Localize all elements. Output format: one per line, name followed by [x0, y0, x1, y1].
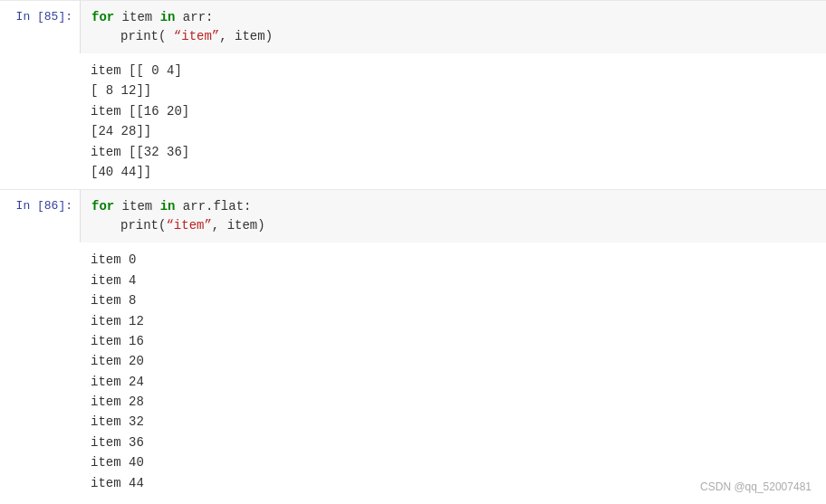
- output-line: item [[ 0 4]: [91, 61, 815, 81]
- cell-prompt-0: In [85]:: [0, 1, 80, 53]
- code-token: , item): [212, 218, 265, 233]
- output-line: item 24: [91, 372, 815, 392]
- code-line: print( “item”, item): [91, 27, 815, 46]
- output-content-1: item 0item 4item 8item 12item 16item 20i…: [80, 242, 826, 500]
- output-line: item 40: [91, 452, 815, 472]
- code-line: for item in arr.flat:: [91, 197, 815, 216]
- code-token: print: [120, 29, 158, 43]
- code-token: in: [160, 10, 176, 24]
- cell-cell-86: In [86]:for item in arr.flat:print(“item…: [0, 189, 826, 242]
- output-line: item [[32 36]: [91, 142, 815, 162]
- code-token: for: [91, 10, 114, 24]
- output-line: item 12: [91, 311, 815, 331]
- code-token: , item): [219, 29, 273, 43]
- output-line: item 28: [91, 392, 815, 412]
- output-prompt-1: [0, 242, 80, 500]
- watermark: CSDN @qq_52007481: [700, 480, 812, 493]
- code-token: print: [120, 218, 158, 233]
- cell-input-1[interactable]: for item in arr.flat:print(“item”, item): [80, 190, 826, 242]
- output-line: [40 44]]: [91, 162, 815, 182]
- code-token: “item”: [174, 29, 219, 43]
- output-line: item 0: [91, 250, 815, 270]
- output-line: [24 28]]: [91, 121, 815, 141]
- output-area-1: item 0item 4item 8item 12item 16item 20i…: [0, 242, 826, 500]
- output-line: item 4: [91, 271, 815, 290]
- output-content-0: item [[ 0 4] [ 8 12]]item [[16 20] [24 2…: [80, 53, 826, 189]
- output-line: item 8: [91, 290, 815, 310]
- code-token: “item”: [166, 218, 211, 233]
- code-token: item: [114, 10, 159, 24]
- output-line: item 36: [91, 433, 815, 452]
- code-token: for: [91, 199, 114, 214]
- cell-cell-85: In [85]:for item in arr:print( “item”, i…: [0, 0, 826, 53]
- output-line: [ 8 12]]: [91, 81, 815, 100]
- code-token: arr.flat:: [175, 199, 251, 214]
- code-token: arr:: [175, 10, 213, 24]
- output-line: item [[16 20]: [91, 101, 815, 121]
- code-line: print(“item”, item): [91, 216, 815, 235]
- code-token: (: [158, 29, 174, 43]
- output-area-0: item [[ 0 4] [ 8 12]]item [[16 20] [24 2…: [0, 53, 826, 189]
- cell-prompt-1: In [86]:: [0, 190, 80, 242]
- code-line: for item in arr:: [91, 8, 815, 27]
- notebook: In [85]:for item in arr:print( “item”, i…: [0, 0, 826, 500]
- output-line: item 20: [91, 351, 815, 371]
- cell-input-0[interactable]: for item in arr:print( “item”, item): [80, 1, 826, 53]
- code-token: item: [114, 199, 159, 214]
- output-prompt-0: [0, 53, 80, 189]
- output-line: item 16: [91, 331, 815, 351]
- code-token: in: [160, 199, 176, 214]
- output-line: item 32: [91, 412, 815, 432]
